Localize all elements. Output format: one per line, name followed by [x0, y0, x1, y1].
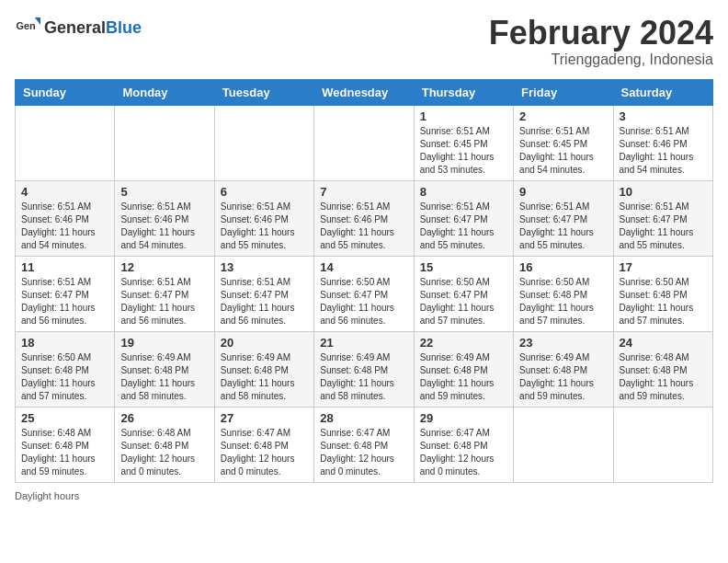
day-info: Sunrise: 6:47 AMSunset: 6:48 PMDaylight:…: [420, 427, 507, 478]
calendar-cell: 22Sunrise: 6:49 AMSunset: 6:48 PMDayligh…: [414, 331, 513, 407]
calendar-cell: 27Sunrise: 6:47 AMSunset: 6:48 PMDayligh…: [214, 407, 313, 482]
day-number: 17: [620, 260, 707, 274]
day-number: 14: [320, 260, 407, 274]
day-number: 22: [420, 336, 507, 350]
day-number: 18: [21, 336, 108, 350]
calendar-cell: 16Sunrise: 6:50 AMSunset: 6:48 PMDayligh…: [514, 256, 613, 331]
month-title: February 2024: [489, 15, 713, 52]
day-number: 4: [21, 185, 108, 199]
day-info: Sunrise: 6:50 AMSunset: 6:48 PMDaylight:…: [21, 351, 108, 403]
calendar-cell: 6Sunrise: 6:51 AMSunset: 6:46 PMDaylight…: [214, 180, 313, 256]
day-info: Sunrise: 6:51 AMSunset: 6:47 PMDaylight:…: [519, 201, 607, 252]
calendar-cell: 4Sunrise: 6:51 AMSunset: 6:46 PMDaylight…: [16, 180, 115, 256]
day-info: Sunrise: 6:47 AMSunset: 6:48 PMDaylight:…: [320, 427, 407, 478]
day-info: Sunrise: 6:47 AMSunset: 6:48 PMDaylight:…: [221, 427, 308, 478]
day-info: Sunrise: 6:50 AMSunset: 6:47 PMDaylight:…: [320, 276, 407, 327]
location-title: Trienggadeng, Indonesia: [489, 52, 713, 68]
svg-text:Gen: Gen: [17, 20, 36, 31]
day-info: Sunrise: 6:49 AMSunset: 6:48 PMDaylight:…: [221, 351, 308, 403]
day-info: Sunrise: 6:49 AMSunset: 6:48 PMDaylight:…: [519, 351, 607, 403]
calendar-cell: 5Sunrise: 6:51 AMSunset: 6:46 PMDaylight…: [115, 180, 214, 256]
logo: Gen GeneralBlue: [15, 15, 142, 40]
calendar-cell: 26Sunrise: 6:48 AMSunset: 6:48 PMDayligh…: [115, 407, 214, 482]
day-number: 1: [420, 109, 507, 123]
logo-icon: Gen: [15, 15, 40, 40]
calendar-table: SundayMondayTuesdayWednesdayThursdayFrid…: [15, 79, 713, 483]
day-info: Sunrise: 6:51 AMSunset: 6:46 PMDaylight:…: [120, 201, 208, 252]
footer-note: Daylight hours: [15, 490, 713, 501]
calendar-cell: 29Sunrise: 6:47 AMSunset: 6:48 PMDayligh…: [414, 407, 513, 482]
day-number: 16: [519, 260, 607, 274]
day-number: 8: [420, 185, 507, 199]
logo-blue: Blue: [106, 18, 142, 37]
day-info: Sunrise: 6:51 AMSunset: 6:46 PMDaylight:…: [320, 201, 407, 252]
day-info: Sunrise: 6:49 AMSunset: 6:48 PMDaylight:…: [120, 351, 208, 403]
calendar-cell: 18Sunrise: 6:50 AMSunset: 6:48 PMDayligh…: [16, 331, 115, 407]
calendar-week-row: 1Sunrise: 6:51 AMSunset: 6:45 PMDaylight…: [16, 105, 713, 180]
day-number: 19: [120, 336, 208, 350]
calendar-cell: [214, 105, 313, 180]
day-info: Sunrise: 6:51 AMSunset: 6:46 PMDaylight:…: [21, 201, 108, 252]
logo-text: GeneralBlue: [44, 18, 142, 38]
calendar-cell: [514, 407, 613, 482]
day-number: 11: [21, 260, 108, 274]
calendar-cell: [613, 407, 712, 482]
calendar-cell: 28Sunrise: 6:47 AMSunset: 6:48 PMDayligh…: [314, 407, 414, 482]
day-number: 26: [120, 411, 208, 425]
calendar-cell: 1Sunrise: 6:51 AMSunset: 6:45 PMDaylight…: [414, 105, 513, 180]
day-number: 27: [221, 411, 308, 425]
day-header-friday: Friday: [514, 79, 613, 105]
day-info: Sunrise: 6:48 AMSunset: 6:48 PMDaylight:…: [21, 427, 108, 478]
calendar-week-row: 11Sunrise: 6:51 AMSunset: 6:47 PMDayligh…: [16, 256, 713, 331]
calendar-cell: [314, 105, 414, 180]
day-header-thursday: Thursday: [414, 79, 513, 105]
day-number: 25: [21, 411, 108, 425]
calendar-cell: 13Sunrise: 6:51 AMSunset: 6:47 PMDayligh…: [214, 256, 313, 331]
day-info: Sunrise: 6:49 AMSunset: 6:48 PMDaylight:…: [320, 351, 407, 403]
day-number: 20: [221, 336, 308, 350]
day-number: 15: [420, 260, 507, 274]
day-number: 21: [320, 336, 407, 350]
day-info: Sunrise: 6:51 AMSunset: 6:45 PMDaylight:…: [519, 125, 607, 177]
day-header-tuesday: Tuesday: [214, 79, 313, 105]
calendar-cell: 2Sunrise: 6:51 AMSunset: 6:45 PMDaylight…: [514, 105, 613, 180]
day-number: 7: [320, 185, 407, 199]
calendar-cell: 14Sunrise: 6:50 AMSunset: 6:47 PMDayligh…: [314, 256, 414, 331]
calendar-cell: 12Sunrise: 6:51 AMSunset: 6:47 PMDayligh…: [115, 256, 214, 331]
day-number: 2: [519, 109, 607, 123]
calendar-cell: 10Sunrise: 6:51 AMSunset: 6:47 PMDayligh…: [613, 180, 712, 256]
calendar-week-row: 4Sunrise: 6:51 AMSunset: 6:46 PMDaylight…: [16, 180, 713, 256]
day-number: 13: [221, 260, 308, 274]
day-number: 10: [620, 185, 707, 199]
day-info: Sunrise: 6:51 AMSunset: 6:47 PMDaylight:…: [620, 201, 707, 252]
day-info: Sunrise: 6:51 AMSunset: 6:45 PMDaylight:…: [420, 125, 507, 177]
calendar-cell: 3Sunrise: 6:51 AMSunset: 6:46 PMDaylight…: [613, 105, 712, 180]
day-number: 6: [221, 185, 308, 199]
day-info: Sunrise: 6:51 AMSunset: 6:47 PMDaylight:…: [21, 276, 108, 327]
calendar-cell: [16, 105, 115, 180]
calendar-header-row: SundayMondayTuesdayWednesdayThursdayFrid…: [16, 79, 713, 105]
day-number: 28: [320, 411, 407, 425]
calendar-cell: 11Sunrise: 6:51 AMSunset: 6:47 PMDayligh…: [16, 256, 115, 331]
calendar-cell: 7Sunrise: 6:51 AMSunset: 6:46 PMDaylight…: [314, 180, 414, 256]
calendar-cell: 25Sunrise: 6:48 AMSunset: 6:48 PMDayligh…: [16, 407, 115, 482]
day-number: 24: [620, 336, 707, 350]
day-number: 23: [519, 336, 607, 350]
calendar-cell: 23Sunrise: 6:49 AMSunset: 6:48 PMDayligh…: [514, 331, 613, 407]
day-info: Sunrise: 6:50 AMSunset: 6:48 PMDaylight:…: [620, 276, 707, 327]
day-info: Sunrise: 6:51 AMSunset: 6:47 PMDaylight:…: [420, 201, 507, 252]
calendar-week-row: 18Sunrise: 6:50 AMSunset: 6:48 PMDayligh…: [16, 331, 713, 407]
day-info: Sunrise: 6:48 AMSunset: 6:48 PMDaylight:…: [620, 351, 707, 403]
logo-general: General: [44, 18, 106, 37]
calendar-cell: 19Sunrise: 6:49 AMSunset: 6:48 PMDayligh…: [115, 331, 214, 407]
day-number: 29: [420, 411, 507, 425]
day-header-sunday: Sunday: [16, 79, 115, 105]
day-info: Sunrise: 6:49 AMSunset: 6:48 PMDaylight:…: [420, 351, 507, 403]
title-area: February 2024 Trienggadeng, Indonesia: [489, 15, 713, 68]
day-number: 9: [519, 185, 607, 199]
day-info: Sunrise: 6:50 AMSunset: 6:47 PMDaylight:…: [420, 276, 507, 327]
day-info: Sunrise: 6:50 AMSunset: 6:48 PMDaylight:…: [519, 276, 607, 327]
day-header-saturday: Saturday: [613, 79, 712, 105]
day-header-monday: Monday: [115, 79, 214, 105]
calendar-cell: 24Sunrise: 6:48 AMSunset: 6:48 PMDayligh…: [613, 331, 712, 407]
